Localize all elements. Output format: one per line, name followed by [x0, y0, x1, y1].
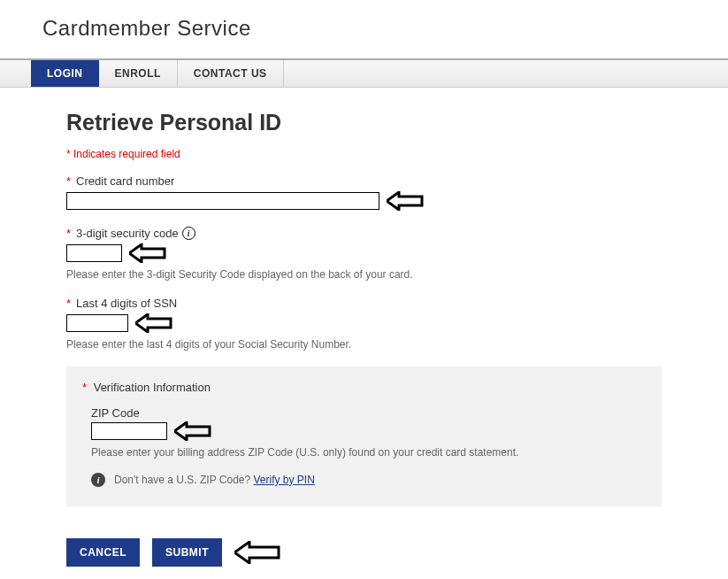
tab-login[interactable]: LOGIN	[31, 60, 99, 87]
button-row: CANCEL SUBMIT	[66, 538, 662, 567]
arrow-left-icon	[129, 243, 166, 263]
arrow-left-icon	[174, 421, 211, 441]
security-code-help: Please enter the 3-digit Security Code d…	[66, 268, 662, 281]
verification-section: * Verification Information ZIP Code Plea…	[66, 367, 662, 506]
no-zip-row: i Don't have a U.S. ZIP Code? Verify by …	[91, 473, 646, 487]
required-field-note: * Indicates required field	[66, 148, 662, 160]
verify-by-pin-link[interactable]: Verify by PIN	[254, 474, 315, 486]
credit-card-label: * Credit card number	[66, 174, 662, 188]
required-asterisk: *	[82, 381, 87, 394]
required-asterisk: *	[66, 174, 71, 188]
main-content: Retrieve Personal ID * Indicates require…	[0, 88, 728, 579]
arrow-left-icon	[234, 541, 280, 564]
required-asterisk: *	[66, 227, 71, 240]
zip-label: ZIP Code	[91, 406, 646, 420]
security-code-label: * 3-digit security code i	[66, 227, 662, 240]
info-icon[interactable]: i	[91, 473, 105, 487]
required-asterisk: *	[66, 297, 71, 310]
brand-title: Cardmember Service	[42, 16, 686, 41]
arrow-left-icon	[135, 313, 172, 333]
verification-title: * Verification Information	[82, 381, 646, 394]
security-code-field: * 3-digit security code i Please enter t…	[66, 227, 662, 281]
security-code-input[interactable]	[66, 244, 122, 262]
credit-card-input[interactable]	[66, 192, 379, 210]
submit-button[interactable]: SUBMIT	[152, 538, 222, 567]
zip-input[interactable]	[91, 422, 167, 440]
no-zip-text: Don't have a U.S. ZIP Code? Verify by PI…	[114, 474, 315, 486]
main-nav: LOGIN ENROLL CONTACT US	[0, 58, 728, 88]
ssn-label: * Last 4 digits of SSN	[66, 297, 662, 310]
zip-help: Please enter your billing address ZIP Co…	[91, 446, 646, 459]
ssn-input[interactable]	[66, 314, 128, 332]
tab-contact-us[interactable]: CONTACT US	[178, 60, 284, 87]
page-header: Cardmember Service	[0, 0, 728, 58]
info-icon[interactable]: i	[182, 227, 195, 240]
ssn-help: Please enter the last 4 digits of your S…	[66, 338, 662, 351]
cancel-button[interactable]: CANCEL	[66, 538, 140, 567]
arrow-left-icon	[387, 191, 424, 211]
page-title: Retrieve Personal ID	[66, 110, 662, 135]
ssn-field: * Last 4 digits of SSN Please enter the …	[66, 297, 662, 351]
tab-enroll[interactable]: ENROLL	[99, 60, 178, 87]
credit-card-field: * Credit card number	[66, 174, 662, 211]
